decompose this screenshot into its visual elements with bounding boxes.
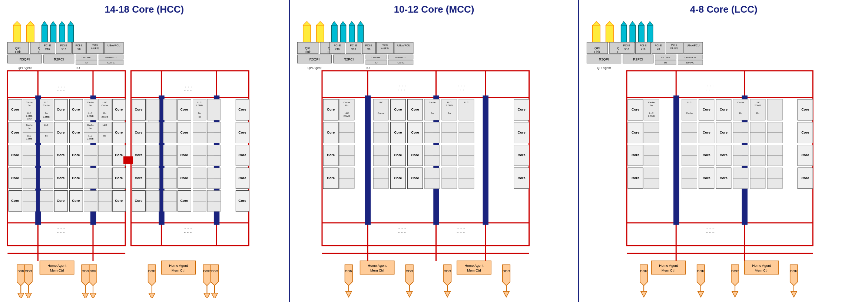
svg-text:Core: Core	[802, 131, 809, 134]
svg-rect-249	[163, 201, 177, 211]
svg-marker-2	[27, 25, 34, 42]
svg-marker-629	[698, 291, 704, 297]
svg-marker-612	[640, 265, 647, 285]
svg-text:Core: Core	[411, 153, 419, 157]
svg-text:DDR: DDR	[345, 269, 352, 273]
svg-rect-224	[193, 145, 206, 156]
svg-marker-480	[647, 25, 653, 42]
svg-text:UBox/PCU: UBox/PCU	[397, 44, 410, 47]
svg-marker-4	[42, 25, 47, 42]
svg-text:Home Agent: Home Agent	[464, 264, 483, 267]
svg-rect-401	[424, 133, 440, 143]
svg-text:Home Agent: Home Agent	[752, 264, 771, 267]
svg-text:Core: Core	[238, 108, 246, 111]
svg-rect-153	[23, 201, 36, 211]
svg-text:PCI-E: PCI-E	[655, 44, 662, 47]
svg-rect-219	[146, 155, 159, 166]
svg-rect-189	[163, 110, 177, 120]
svg-text:IOAPIC: IOAPIC	[686, 61, 694, 64]
svg-text:Bo: Bo	[345, 104, 348, 106]
svg-rect-204	[146, 122, 159, 133]
svg-text:Core: Core	[135, 199, 142, 203]
svg-marker-299	[316, 25, 324, 42]
svg-rect-405	[459, 133, 474, 143]
svg-text:Bo: Bo	[198, 112, 201, 114]
svg-text:Home Agent: Home Agent	[368, 264, 387, 267]
svg-text:LLC: LLC	[44, 124, 49, 126]
svg-rect-232	[146, 168, 159, 178]
svg-marker-294	[204, 293, 210, 298]
lcc-diagram: QPI Link QPI Link PCI-E X16 PCI-E X16 PC…	[581, 18, 866, 298]
svg-text:X8: X8	[657, 48, 660, 51]
svg-text:Core: Core	[115, 108, 123, 111]
svg-marker-9	[59, 22, 65, 25]
svg-marker-627	[641, 291, 647, 297]
svg-marker-467	[444, 291, 450, 297]
svg-rect-213	[207, 133, 221, 143]
svg-rect-394	[373, 122, 388, 133]
svg-text:2.5MB: 2.5MB	[26, 137, 33, 140]
svg-text:DDR: DDR	[697, 269, 705, 273]
svg-text:←←←: ←←←	[456, 231, 465, 234]
svg-marker-304	[340, 22, 346, 25]
svg-text:R2PCI: R2PCI	[54, 58, 64, 61]
svg-text:Core: Core	[720, 176, 728, 180]
svg-rect-254	[207, 191, 221, 201]
svg-text:Core: Core	[115, 153, 123, 157]
svg-rect-520	[673, 95, 679, 224]
svg-text:Core: Core	[72, 176, 80, 180]
svg-rect-122	[40, 145, 53, 156]
svg-rect-188	[163, 99, 177, 110]
svg-text:←←←: ←←←	[397, 88, 407, 92]
svg-marker-302	[331, 22, 337, 25]
svg-marker-455	[444, 265, 451, 285]
svg-text:2.5MB: 2.5MB	[26, 115, 33, 117]
lcc-section: 4-8 Core (LCC) QPI Link QPI	[579, 0, 868, 302]
svg-marker-265	[17, 265, 24, 285]
svg-text:QPI Agent: QPI Agent	[597, 66, 611, 70]
svg-text:UBox/PCU: UBox/PCU	[395, 56, 406, 59]
svg-text:R3QPI: R3QPI	[309, 58, 319, 61]
svg-rect-603	[750, 168, 765, 178]
svg-text:←←←: ←←←	[56, 231, 66, 234]
svg-rect-226	[207, 145, 221, 156]
svg-text:Mem Ctrl: Mem Ctrl	[755, 269, 768, 272]
svg-marker-300	[316, 22, 324, 25]
svg-marker-287	[203, 265, 211, 285]
svg-rect-439	[442, 178, 457, 189]
svg-rect-160	[84, 191, 97, 201]
svg-text:X4 (ES): X4 (ES)	[91, 47, 99, 49]
svg-text:Core: Core	[72, 108, 80, 111]
svg-text:X16: X16	[351, 48, 356, 51]
svg-marker-270	[82, 265, 89, 285]
svg-rect-441	[459, 178, 474, 189]
svg-text:Core: Core	[703, 153, 710, 157]
hcc-section: 14-18 Core (HCC)	[0, 0, 289, 302]
svg-text:PCI-E: PCI-E	[76, 44, 83, 47]
svg-marker-301	[331, 25, 337, 42]
svg-marker-478	[639, 25, 644, 42]
svg-rect-252	[193, 191, 206, 201]
svg-rect-163	[98, 201, 112, 211]
svg-text:X4 (ES): X4 (ES)	[381, 47, 388, 49]
svg-marker-469	[503, 291, 509, 297]
svg-text:DDR: DDR	[790, 269, 798, 273]
svg-marker-477	[630, 22, 636, 25]
svg-text:Bo: Bo	[739, 112, 742, 114]
svg-text:PCI-E: PCI-E	[334, 44, 341, 47]
svg-text:R3QPI: R3QPI	[599, 58, 609, 61]
svg-text:Core: Core	[394, 131, 402, 134]
svg-rect-227	[207, 155, 221, 166]
svg-rect-575	[644, 145, 659, 156]
svg-rect-604	[750, 178, 765, 189]
svg-rect-587	[768, 145, 783, 156]
svg-text:LLC: LLC	[197, 101, 202, 104]
svg-text:DDR: DDR	[211, 270, 218, 273]
svg-text:2.5MB: 2.5MB	[87, 137, 94, 140]
svg-rect-186	[146, 99, 159, 110]
svg-text:Core: Core	[517, 131, 525, 134]
svg-marker-471	[593, 22, 600, 25]
svg-text:Cache: Cache	[343, 101, 350, 104]
svg-text:Bo: Bo	[103, 134, 106, 137]
svg-rect-566	[733, 133, 748, 143]
